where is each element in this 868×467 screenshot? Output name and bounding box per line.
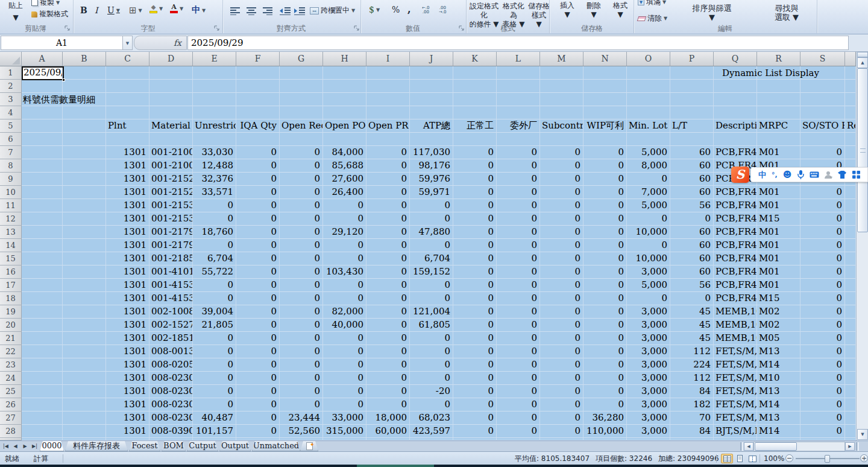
row-header-28[interactable]: 28 [0, 425, 22, 438]
cell[interactable]: 0 [280, 372, 323, 385]
cell[interactable]: 0 [366, 319, 410, 332]
column-header-G[interactable]: G [280, 52, 323, 66]
cell[interactable]: 0 [540, 159, 583, 173]
cell[interactable]: 0 [627, 212, 670, 226]
sort-filter-button[interactable]: 排序與篩選▼ [684, 4, 740, 22]
cell[interactable] [22, 292, 63, 305]
cell[interactable]: 0 [497, 398, 540, 411]
cell[interactable] [193, 80, 236, 93]
cell[interactable] [845, 358, 856, 372]
cell[interactable] [22, 80, 63, 93]
cell[interactable] [63, 372, 106, 385]
merge-center-button[interactable]: ↔ 跨欄置中▼ [310, 5, 355, 16]
sheet-tab-5[interactable]: Cutput [187, 441, 218, 451]
cell[interactable]: 0 [366, 345, 410, 358]
cell[interactable] [193, 93, 236, 106]
cell[interactable]: 1301 [106, 398, 149, 411]
cell[interactable]: 0 [497, 159, 540, 173]
cell[interactable]: 60 [670, 159, 714, 173]
decrease-indent-icon[interactable] [280, 7, 291, 15]
cell[interactable]: 0 [236, 173, 280, 186]
cell[interactable]: 0 [453, 305, 497, 319]
cell[interactable]: 0 [453, 411, 497, 425]
cell[interactable] [410, 80, 453, 93]
cell[interactable] [540, 106, 583, 119]
cell[interactable]: 001-21799 [149, 239, 193, 252]
cell[interactable]: 001-21527 [149, 173, 193, 186]
cell[interactable]: 0 [193, 398, 236, 411]
cell[interactable]: 0 [583, 372, 627, 385]
cell[interactable] [453, 133, 497, 146]
cell[interactable]: 0 [540, 372, 583, 385]
cell[interactable]: M14 [757, 398, 800, 411]
row-header-22[interactable]: 22 [0, 345, 22, 358]
cell[interactable]: 1301 [106, 332, 149, 345]
normal-view-button[interactable] [721, 454, 733, 463]
column-header-C[interactable]: C [106, 52, 149, 66]
cell[interactable]: M15 [757, 212, 800, 226]
cell[interactable]: 0 [497, 239, 540, 252]
column-header-L[interactable]: L [497, 52, 540, 66]
cell[interactable]: 70 [670, 411, 714, 425]
cell[interactable]: 0 [453, 212, 497, 226]
cell[interactable] [845, 133, 856, 146]
cell[interactable] [193, 133, 236, 146]
cell[interactable] [323, 106, 366, 119]
font-dialog-launcher-icon[interactable] [213, 25, 221, 32]
cell[interactable]: 0 [583, 199, 627, 212]
cell[interactable] [280, 133, 323, 146]
row-header-7[interactable]: 7 [0, 146, 22, 159]
cell[interactable]: 0 [800, 385, 845, 398]
cell[interactable]: 0 [800, 292, 845, 305]
cell[interactable]: M01 [757, 265, 800, 279]
cell[interactable]: 0 [366, 212, 410, 226]
cell[interactable]: 3,000 [627, 398, 670, 411]
cell[interactable] [453, 66, 497, 80]
cell[interactable]: 0 [453, 385, 497, 398]
cell[interactable]: 29,120 [323, 226, 366, 239]
increase-indent-icon[interactable] [294, 7, 305, 15]
cell[interactable] [22, 199, 63, 212]
cell[interactable]: 26,400 [323, 186, 366, 199]
cell[interactable]: 1301 [106, 279, 149, 292]
cell[interactable]: 0 [800, 319, 845, 332]
cell[interactable]: 0 [540, 186, 583, 199]
cell[interactable]: 0 [236, 252, 280, 265]
cell[interactable]: 0 [583, 398, 627, 411]
cell[interactable]: 0 [366, 199, 410, 212]
cell[interactable]: MEMB,104 [714, 305, 757, 319]
row-header-4[interactable]: 4 [0, 106, 22, 119]
name-box[interactable]: A1 [1, 36, 123, 50]
cell[interactable]: 1301 [106, 305, 149, 319]
find-select-button[interactable]: 尋找與 選取 ▼ [763, 4, 810, 22]
cell[interactable]: 001-21536 [149, 212, 193, 226]
cell[interactable]: 0 [236, 398, 280, 411]
cell[interactable]: 0 [323, 385, 366, 398]
cell[interactable]: 98,176 [410, 159, 453, 173]
cell[interactable]: M14 [757, 358, 800, 372]
cell[interactable]: 0 [800, 279, 845, 292]
cell[interactable]: M01 [757, 239, 800, 252]
cell[interactable]: 0 [366, 385, 410, 398]
column-header-S[interactable]: S [800, 52, 845, 66]
cell[interactable]: 59,971 [410, 186, 453, 199]
cell[interactable]: Re [845, 119, 856, 133]
cell[interactable]: MEMB,104 [714, 319, 757, 332]
cell[interactable]: Open Req. [280, 119, 323, 133]
cell[interactable] [323, 133, 366, 146]
cell[interactable]: 0 [627, 173, 670, 186]
cell[interactable]: 0 [800, 411, 845, 425]
cell[interactable]: 32,376 [193, 173, 236, 186]
cell[interactable] [149, 80, 193, 93]
select-all-corner[interactable] [0, 52, 22, 66]
cell[interactable] [63, 252, 106, 265]
cell[interactable]: 0 [540, 332, 583, 345]
cell[interactable]: 0 [410, 239, 453, 252]
cell[interactable]: 84 [670, 425, 714, 438]
row-header-13[interactable]: 13 [0, 226, 22, 239]
cell[interactable]: 0 [410, 398, 453, 411]
cell[interactable]: 0 [540, 305, 583, 319]
cell[interactable]: 60 [670, 173, 714, 186]
row-header-23[interactable]: 23 [0, 358, 22, 372]
cell[interactable]: 0 [800, 265, 845, 279]
